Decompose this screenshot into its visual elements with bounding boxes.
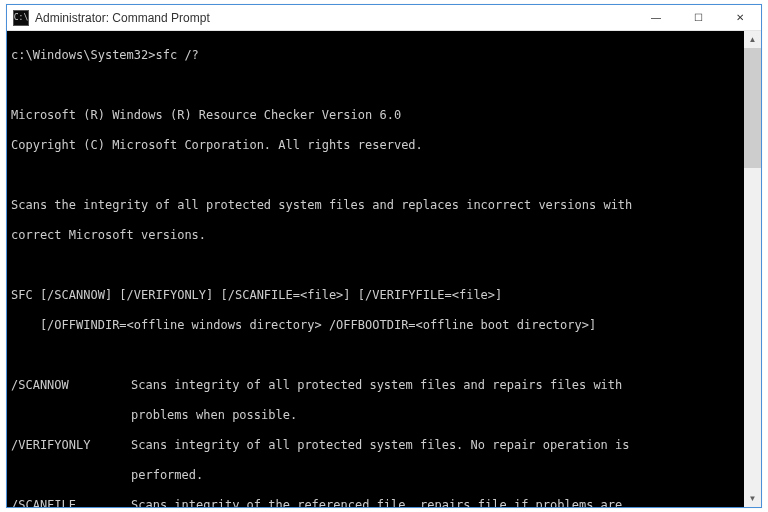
scrollbar-thumb[interactable]	[744, 48, 761, 168]
copyright-line: Copyright (C) Microsoft Corporation. All…	[11, 138, 740, 153]
vertical-scrollbar[interactable]: ▲ ▼	[744, 31, 761, 507]
scroll-up-arrow-icon[interactable]: ▲	[744, 31, 761, 48]
window-title: Administrator: Command Prompt	[35, 11, 210, 25]
client-area: c:\Windows\System32>sfc /? Microsoft (R)…	[7, 31, 761, 507]
scroll-down-arrow-icon[interactable]: ▼	[744, 490, 761, 507]
option-desc: Scans integrity of all protected system …	[131, 438, 740, 453]
close-button[interactable]: ✕	[719, 5, 761, 31]
usage-line: SFC [/SCANNOW] [/VERIFYONLY] [/SCANFILE=…	[11, 288, 740, 303]
usage-line: [/OFFWINDIR=<offline windows directory> …	[11, 318, 740, 333]
desc-line: Scans the integrity of all protected sys…	[11, 198, 740, 213]
option-row: problems when possible.	[11, 408, 740, 423]
option-desc: performed.	[131, 468, 740, 483]
option-switch	[11, 408, 131, 423]
blank-line	[11, 348, 740, 363]
option-switch: /VERIFYONLY	[11, 438, 131, 453]
console-output[interactable]: c:\Windows\System32>sfc /? Microsoft (R)…	[7, 31, 744, 507]
option-row: /SCANNOWScans integrity of all protected…	[11, 378, 740, 393]
maximize-button[interactable]: ☐	[677, 5, 719, 31]
option-desc: Scans integrity of all protected system …	[131, 378, 740, 393]
blank-line	[11, 78, 740, 93]
option-row: performed.	[11, 468, 740, 483]
minimize-button[interactable]: —	[635, 5, 677, 31]
product-line: Microsoft (R) Windows (R) Resource Check…	[11, 108, 740, 123]
option-switch	[11, 468, 131, 483]
blank-line	[11, 168, 740, 183]
desc-line: correct Microsoft versions.	[11, 228, 740, 243]
option-desc: Scans integrity of the referenced file, …	[131, 498, 740, 507]
option-row: /VERIFYONLYScans integrity of all protec…	[11, 438, 740, 453]
option-desc: problems when possible.	[131, 408, 740, 423]
window-frame: C:\ Administrator: Command Prompt — ☐ ✕ …	[6, 4, 762, 508]
title-bar[interactable]: C:\ Administrator: Command Prompt — ☐ ✕	[7, 5, 761, 31]
option-row: /SCANFILEScans integrity of the referenc…	[11, 498, 740, 507]
option-switch: /SCANNOW	[11, 378, 131, 393]
prompt-line: c:\Windows\System32>sfc /?	[11, 48, 740, 63]
blank-line	[11, 258, 740, 273]
cmd-icon: C:\	[13, 10, 29, 26]
scrollbar-track[interactable]	[744, 48, 761, 490]
option-switch: /SCANFILE	[11, 498, 131, 507]
